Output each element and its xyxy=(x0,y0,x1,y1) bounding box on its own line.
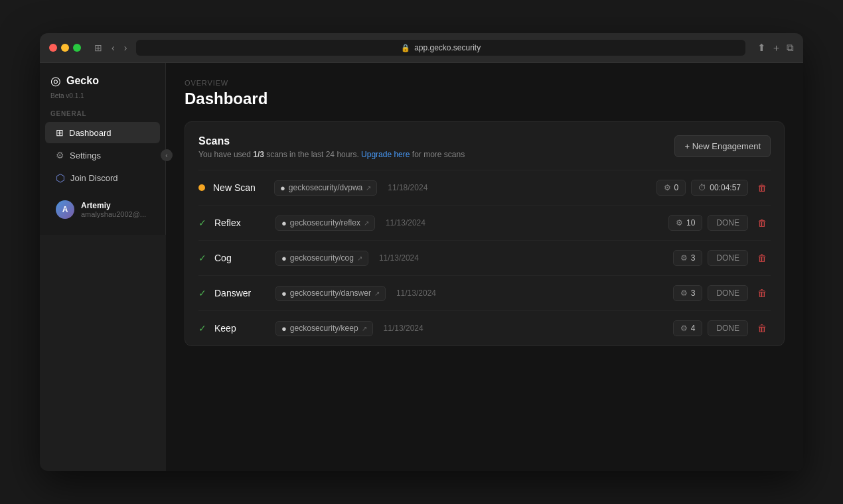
address-bar[interactable]: 🔒 app.gecko.security xyxy=(136,40,745,56)
bug-icon: ⚙ xyxy=(680,288,688,298)
bug-count-badge: ⚙ 10 xyxy=(668,215,702,231)
app-version: Beta v0.1.1 xyxy=(40,92,165,99)
browser-actions: ⬆ ＋ ⧉ xyxy=(757,42,794,54)
delete-button[interactable]: 🗑 xyxy=(753,250,771,266)
repo-name: geckosecurity/cog xyxy=(290,253,354,263)
discord-icon: ⬡ xyxy=(56,172,65,184)
scan-name: Danswer xyxy=(214,288,268,298)
github-icon: ● xyxy=(281,288,287,298)
bug-count: 10 xyxy=(686,218,695,227)
scan-actions: ⚙ 10 DONE 🗑 xyxy=(668,215,771,231)
traffic-lights xyxy=(49,44,81,52)
user-profile[interactable]: A Artemiy amalyshau2002@... xyxy=(45,195,160,224)
trash-icon: 🗑 xyxy=(757,288,767,298)
status-done-icon: ✓ xyxy=(198,323,206,334)
github-icon: ● xyxy=(281,324,287,334)
repo-name: geckosecurity/keep xyxy=(290,324,358,333)
bug-count-badge: ⚙ 3 xyxy=(673,285,703,301)
new-tab-button[interactable]: ＋ xyxy=(771,42,781,54)
table-row: ✓ Cog ● geckosecurity/cog ↗ 11/13/2024 ⚙… xyxy=(198,240,771,275)
scan-date: 11/13/2024 xyxy=(379,253,419,263)
external-link-icon: ↗ xyxy=(362,325,367,332)
gecko-logo-icon: ◎ xyxy=(50,74,61,88)
browser-controls: ⊞ ‹ › xyxy=(92,41,129,54)
repo-badge[interactable]: ● geckosecurity/danswer ↗ xyxy=(275,286,386,301)
sidebar-item-settings[interactable]: ⚙ Settings xyxy=(45,145,160,166)
github-icon: ● xyxy=(281,218,287,228)
scan-date: 11/18/2024 xyxy=(388,183,427,192)
done-badge[interactable]: DONE xyxy=(708,285,748,301)
scan-name: Cog xyxy=(214,253,268,263)
avatar-initials: A xyxy=(62,205,68,214)
sidebar-item-settings-label: Settings xyxy=(70,151,101,160)
minimize-button[interactable] xyxy=(61,44,69,52)
url-text: app.gecko.security xyxy=(414,43,481,52)
scan-name: New Scan xyxy=(213,182,266,193)
trash-icon: 🗑 xyxy=(757,182,767,193)
delete-button[interactable]: 🗑 xyxy=(753,215,771,231)
share-button[interactable]: ⬆ xyxy=(757,42,766,54)
avatar: A xyxy=(56,200,74,219)
external-link-icon: ↗ xyxy=(357,255,362,262)
scan-actions: ⚙ 0 ⏱ 00:04:57 🗑 xyxy=(656,180,771,196)
time-badge: ⏱ 00:04:57 xyxy=(691,180,748,196)
trash-icon: 🗑 xyxy=(757,253,767,263)
user-name: Artemiy xyxy=(81,201,149,210)
external-link-icon: ↗ xyxy=(374,290,380,297)
bug-icon: ⚙ xyxy=(664,183,671,192)
app-layout: ‹ ◎ Gecko Beta v0.1.1 GENERAL ⊞ Dashboar… xyxy=(40,63,803,471)
sidebar-toggle-button[interactable]: ⊞ xyxy=(92,41,105,54)
bug-count-badge: ⚙ 4 xyxy=(673,320,703,336)
sidebar-item-dashboard[interactable]: ⊞ Dashboard xyxy=(45,122,160,143)
scan-name: Keep xyxy=(214,323,268,334)
delete-button[interactable]: 🗑 xyxy=(753,285,771,301)
status-done-icon: ✓ xyxy=(198,288,206,298)
done-badge[interactable]: DONE xyxy=(708,320,748,336)
table-row: ✓ Reflex ● geckosecurity/reflex ↗ 11/13/… xyxy=(198,205,771,240)
close-button[interactable] xyxy=(49,44,57,52)
breadcrumb: OVERVIEW xyxy=(185,79,785,87)
bug-count: 0 xyxy=(674,183,679,192)
repo-badge[interactable]: ● geckosecurity/reflex ↗ xyxy=(275,216,375,231)
clock-icon: ⏱ xyxy=(698,183,706,192)
upgrade-link[interactable]: Upgrade here xyxy=(361,150,410,159)
repo-badge[interactable]: ● geckosecurity/keep ↗ xyxy=(275,321,373,336)
status-done-icon: ✓ xyxy=(198,218,206,228)
delete-button[interactable]: 🗑 xyxy=(753,320,771,336)
sidebar: ◎ Gecko Beta v0.1.1 GENERAL ⊞ Dashboard … xyxy=(40,63,166,235)
repo-badge[interactable]: ● geckosecurity/cog ↗ xyxy=(275,251,368,266)
done-badge[interactable]: DONE xyxy=(708,250,748,266)
browser-chrome: ⊞ ‹ › 🔒 app.gecko.security ⬆ ＋ ⧉ xyxy=(40,33,803,63)
back-button[interactable]: ‹ xyxy=(109,41,117,54)
table-row: ✓ Keep ● geckosecurity/keep ↗ 11/13/2024… xyxy=(198,310,771,346)
repo-badge[interactable]: ● geckosecurity/dvpwa ↗ xyxy=(274,180,377,196)
repo-name: geckosecurity/reflex xyxy=(290,218,360,227)
bug-count-badge: ⚙ 0 xyxy=(656,180,686,196)
bug-count: 3 xyxy=(691,288,696,298)
sidebar-collapse-button[interactable]: ‹ xyxy=(161,149,173,161)
trash-icon: 🗑 xyxy=(757,323,767,334)
github-icon: ● xyxy=(281,253,287,263)
scans-header: Scans You have used 1/3 scans in the las… xyxy=(198,135,771,159)
new-engagement-button[interactable]: + New Engagement xyxy=(674,135,771,157)
scans-card: Scans You have used 1/3 scans in the las… xyxy=(185,121,785,346)
tabs-button[interactable]: ⧉ xyxy=(787,42,794,54)
delete-button[interactable]: 🗑 xyxy=(753,180,771,196)
bug-count: 4 xyxy=(691,324,696,333)
forward-button[interactable]: › xyxy=(121,41,130,54)
sidebar-wrapper: ‹ ◎ Gecko Beta v0.1.1 GENERAL ⊞ Dashboar… xyxy=(40,63,166,471)
done-badge[interactable]: DONE xyxy=(708,215,748,231)
lock-icon: 🔒 xyxy=(401,44,410,52)
maximize-button[interactable] xyxy=(73,44,81,52)
external-link-icon: ↗ xyxy=(364,220,369,227)
subtitle-suffix: scans in the last 24 hours. xyxy=(264,150,359,159)
table-row: New Scan ● geckosecurity/dvpwa ↗ 11/18/2… xyxy=(198,170,771,205)
bug-icon: ⚙ xyxy=(680,253,688,263)
scan-actions: ⚙ 3 DONE 🗑 xyxy=(673,285,771,301)
sidebar-item-dashboard-label: Dashboard xyxy=(69,128,112,138)
join-discord-button[interactable]: ⬡ Join Discord xyxy=(45,166,160,190)
external-link-icon: ↗ xyxy=(366,184,371,192)
scan-time: 00:04:57 xyxy=(710,183,741,192)
scan-actions: ⚙ 4 DONE 🗑 xyxy=(673,320,771,336)
github-icon: ● xyxy=(280,183,285,193)
